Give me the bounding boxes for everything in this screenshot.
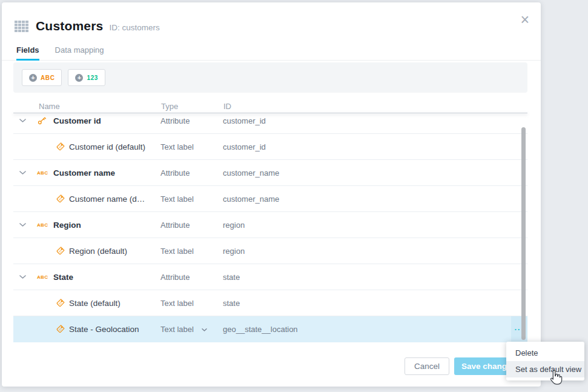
dataset-id-subtitle: ID: customers [110, 23, 160, 32]
abc-icon-label: ABC [37, 274, 48, 280]
table-header: Name Type ID [13, 102, 527, 113]
tag-icon [56, 142, 65, 151]
field-type-label: Text label [160, 247, 194, 256]
column-header-name: Name [39, 102, 60, 111]
tab-fields[interactable]: Fields [16, 42, 39, 61]
table-row[interactable]: ABCCustomer nameAttributecustomer_name [13, 160, 527, 186]
field-name: Customer name (d… [69, 194, 145, 204]
field-type-label: Text label [160, 142, 194, 151]
field-type: Attribute [160, 168, 190, 178]
field-name: Customer id (default) [69, 142, 145, 151]
field-type-label: Text label [160, 299, 194, 308]
abc-icon-label: ABC [37, 170, 48, 176]
field-name: State - Geolocation [69, 325, 139, 334]
menu-item-delete[interactable]: Delete [506, 345, 584, 361]
field-id: region [223, 221, 245, 230]
table-body: Customer idAttributecustomer_idCustomer … [13, 113, 527, 342]
field-id: state [223, 299, 240, 308]
field-type: Text label [160, 299, 194, 308]
table-row[interactable]: Customer id (default)Text labelcustomer_… [13, 134, 527, 160]
table-header-divider [13, 113, 527, 113]
key-icon [37, 116, 47, 125]
table-row[interactable]: Customer name (d…Text labelcustomer_name [13, 186, 527, 212]
field-name: State [53, 273, 73, 282]
table-row[interactable]: State (default)Text labelstate [13, 290, 527, 316]
field-id: region [223, 247, 245, 256]
tag-icon [56, 298, 65, 308]
tag-icon [56, 194, 65, 204]
field-name: State (default) [69, 299, 121, 308]
column-header-type: Type [161, 102, 178, 111]
dataset-table-icon [15, 21, 28, 32]
chevron-down-icon[interactable] [19, 171, 26, 175]
field-type: Attribute [160, 116, 190, 125]
abc-icon-label: ABC [37, 222, 48, 228]
field-type-label: Text label [160, 325, 194, 334]
abc-icon: ABC [37, 222, 48, 228]
field-id: geo__state__location [223, 325, 298, 334]
table-row[interactable]: ABCStateAttributestate [13, 264, 527, 290]
field-type: Text label [160, 247, 194, 256]
field-id: state [223, 273, 240, 282]
add-field-button-label: 123 [87, 75, 98, 81]
menu-item-set-as-default-view[interactable]: Set as default view [506, 361, 584, 377]
field-type-label: Attribute [160, 116, 190, 125]
close-icon[interactable]: × [520, 12, 529, 27]
hand-cursor-icon [547, 370, 564, 386]
plus-icon: + [29, 74, 37, 82]
tag-icon [56, 246, 65, 256]
modal-header: Customers ID: customers [15, 18, 160, 34]
field-type-label: Attribute [160, 273, 190, 282]
chevron-down-icon[interactable] [19, 275, 26, 279]
field-type-dropdown[interactable]: Text label [160, 325, 207, 334]
tab-bar: FieldsData mapping [2, 42, 541, 61]
field-id: customer_id [223, 116, 266, 125]
table-row[interactable]: ABCRegionAttributeregion [13, 212, 527, 238]
abc-icon: ABC [37, 274, 48, 280]
add-field-button-label: ABC [41, 75, 55, 81]
field-type: Attribute [160, 273, 190, 282]
table-row[interactable]: Customer idAttributecustomer_id [13, 113, 527, 134]
tag-icon [56, 324, 65, 334]
table-row[interactable]: Region (default)Text labelregion [13, 238, 527, 264]
field-id: customer_name [223, 194, 279, 204]
field-name: Customer id [53, 116, 101, 125]
tab-data-mapping[interactable]: Data mapping [55, 42, 104, 60]
add-field-toolbar: +ABC+123 [13, 62, 527, 93]
field-name: Region [53, 221, 81, 230]
abc-icon: ABC [37, 170, 48, 176]
field-type: Text label [160, 142, 194, 151]
page-background: { "modal": { "title": "Customers", "subt… [0, 0, 588, 392]
field-name: Customer name [53, 168, 115, 178]
add-123-field-button[interactable]: +123 [68, 69, 105, 86]
table-row[interactable]: State - GeolocationText labelgeo__state_… [13, 316, 527, 342]
chevron-down-icon [202, 325, 207, 334]
plus-icon: + [75, 74, 83, 82]
page-title: Customers [36, 19, 104, 33]
vertical-scrollbar[interactable] [521, 127, 526, 340]
field-id: customer_name [223, 168, 279, 178]
field-id: customer_id [223, 142, 266, 151]
field-type: Text label [160, 194, 194, 204]
row-context-menu: DeleteSet as default view [506, 342, 584, 380]
chevron-down-icon[interactable] [19, 223, 26, 227]
field-type: Attribute [160, 221, 190, 230]
field-type-label: Attribute [160, 168, 190, 178]
chevron-down-icon[interactable] [19, 119, 26, 123]
cancel-button[interactable]: Cancel [405, 357, 449, 375]
dataset-modal: Customers ID: customers × FieldsData map… [2, 2, 541, 387]
add-abc-field-button[interactable]: +ABC [22, 69, 62, 86]
field-name: Region (default) [69, 247, 127, 256]
column-header-id: ID [223, 102, 231, 111]
field-type-label: Attribute [160, 221, 190, 230]
field-type-label: Text label [160, 194, 194, 204]
